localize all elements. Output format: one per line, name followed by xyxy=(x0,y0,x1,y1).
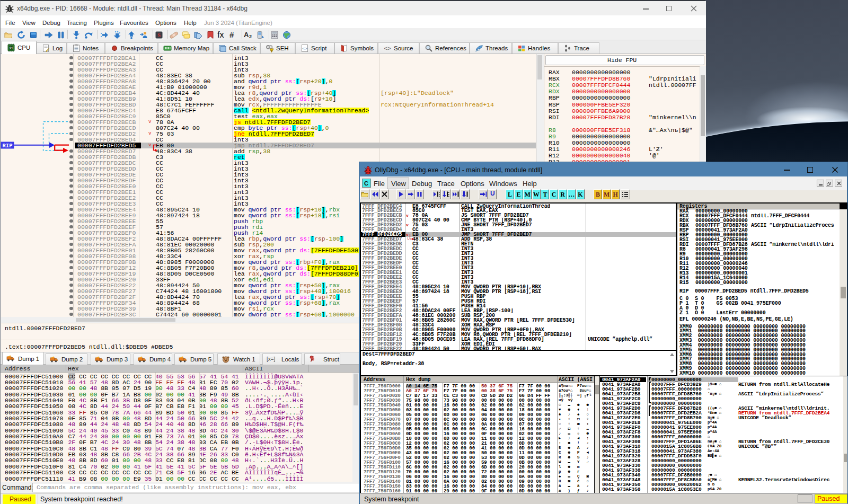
svg-text:<>: <> xyxy=(302,46,307,51)
svg-text:<>: <> xyxy=(384,46,391,52)
svg-text:64: 64 xyxy=(10,46,13,49)
svg-text:!: ! xyxy=(271,49,272,52)
svg-text:S: S xyxy=(157,32,161,38)
svg-text:RIP: RIP xyxy=(3,143,13,149)
